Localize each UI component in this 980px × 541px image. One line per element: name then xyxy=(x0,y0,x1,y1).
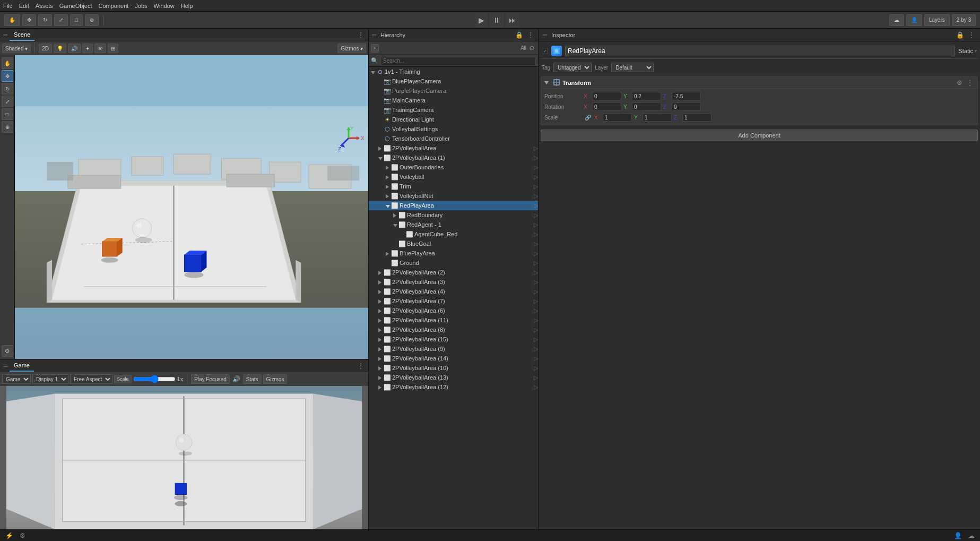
pos-y-input[interactable] xyxy=(632,92,661,100)
area8-expand-btn[interactable]: ▷ xyxy=(534,327,538,333)
transform-tool-move[interactable]: ✥ xyxy=(22,14,36,26)
tree-item-vnet[interactable]: ⬜ VolleyballNet ▷ xyxy=(369,191,538,201)
tree-item-area7[interactable]: ⬜ 2PVolleyballArea (7) ▷ xyxy=(369,296,538,306)
transform-tool-rect[interactable]: □ xyxy=(70,14,83,26)
area11-expand-btn[interactable]: ▷ xyxy=(534,317,538,324)
menu-gameobject[interactable]: GameObject xyxy=(59,3,92,9)
tool-rotate[interactable]: ↻ xyxy=(2,83,13,95)
tree-item-purplecam[interactable]: ▶ 📷 PurplePlayerCamera xyxy=(369,86,538,96)
tree-item-trim[interactable]: ⬜ Trim ▷ xyxy=(369,182,538,191)
area1-expand-btn[interactable]: ▷ xyxy=(534,154,538,161)
layout-btn[interactable]: 2 by 3 xyxy=(952,14,976,26)
tree-item-area8[interactable]: ⬜ 2PVolleyballArea (8) ▷ xyxy=(369,325,538,334)
menu-component[interactable]: Component xyxy=(98,3,128,9)
area15-expand-btn[interactable]: ▷ xyxy=(534,336,538,343)
tree-item-dirlight[interactable]: ▶ ☀ Directional Light xyxy=(369,115,538,124)
step-button[interactable]: ⏭ xyxy=(506,13,519,28)
hierarchy-search-input[interactable] xyxy=(380,57,536,65)
sc-y-input[interactable] xyxy=(643,113,672,122)
console-btn[interactable]: ⚡ xyxy=(4,532,14,539)
tree-item-area4[interactable]: ⬜ 2PVolleyballArea (4) ▷ xyxy=(369,287,538,296)
hidden-scenes-btn[interactable]: 👁 xyxy=(94,44,106,53)
ob-expand-btn[interactable]: ▷ xyxy=(534,164,538,171)
tool-settings[interactable]: ⚙ xyxy=(2,345,13,357)
rot-z-input[interactable] xyxy=(672,102,701,111)
tool-rect[interactable]: □ xyxy=(2,108,13,120)
tree-item-area10[interactable]: ⬜ 2PVolleyballArea (10) ▷ xyxy=(369,363,538,373)
tree-item-bluecam[interactable]: ▶ 📷 BluePlayerCamera xyxy=(369,76,538,86)
insp-lock-btn[interactable]: 🔒 xyxy=(955,31,965,39)
tool-move[interactable]: ✥ xyxy=(2,70,13,82)
rot-y-input[interactable] xyxy=(632,102,661,111)
tree-item-trainingcam[interactable]: ▶ 📷 TrainingCamera xyxy=(369,105,538,115)
aspect-select[interactable]: Free Aspect xyxy=(70,374,112,384)
area7-expand-btn[interactable]: ▷ xyxy=(534,298,538,305)
obj-name-input[interactable] xyxy=(565,46,955,56)
stats-btn[interactable]: Stats xyxy=(243,374,262,384)
scene-tab[interactable]: Scene xyxy=(10,29,34,41)
tree-item-area11[interactable]: ⬜ 2PVolleyballArea (11) ▷ xyxy=(369,315,538,325)
cloud-status-btn[interactable]: ☁ xyxy=(967,532,976,539)
transform-tool-rotate[interactable]: ↻ xyxy=(38,14,52,26)
pause-button[interactable]: ⏸ xyxy=(490,13,504,28)
tree-item-rpa[interactable]: ⬜ RedPlayArea ▷ xyxy=(369,201,538,210)
display-num-select[interactable]: Display 1 xyxy=(32,374,68,384)
tree-item-maincam[interactable]: ▶ 📷 MainCamera xyxy=(369,96,538,105)
pos-z-input[interactable] xyxy=(672,92,701,100)
tree-item-vball[interactable]: ⬜ Volleyball ▷ xyxy=(369,172,538,182)
tree-item-area6[interactable]: ⬜ 2PVolleyballArea (6) ▷ xyxy=(369,306,538,315)
tag-select[interactable]: Untagged xyxy=(553,63,592,72)
acr-expand-btn[interactable]: ▷ xyxy=(534,231,538,238)
bpa-expand-btn[interactable]: ▷ xyxy=(534,250,538,257)
menu-file[interactable]: File xyxy=(3,3,13,9)
trim-expand-btn[interactable]: ▷ xyxy=(534,183,538,190)
area13-expand-btn[interactable]: ▷ xyxy=(534,374,538,381)
area6-expand-btn[interactable]: ▷ xyxy=(534,307,538,314)
insp-menu-btn[interactable]: ⋮ xyxy=(967,31,976,39)
area14-expand-btn[interactable]: ▷ xyxy=(534,355,538,362)
tool-scale[interactable]: ⤢ xyxy=(2,96,13,107)
rot-x-input[interactable] xyxy=(592,102,621,111)
shading-btn[interactable]: Shaded ▾ xyxy=(2,44,31,53)
menu-window[interactable]: Window xyxy=(154,3,175,9)
tree-item-bg[interactable]: ▶ ⬜ BlueGoal ▷ xyxy=(369,239,538,248)
sc-x-input[interactable] xyxy=(603,113,632,122)
layer-select[interactable]: Default xyxy=(611,63,654,72)
tree-item-tboard[interactable]: ▶ ⬡ TensorboardController xyxy=(369,134,538,143)
area3-expand-btn[interactable]: ▷ xyxy=(534,279,538,286)
vb-expand-btn[interactable]: ▷ xyxy=(534,174,538,181)
lights-scene-btn[interactable]: 💡 xyxy=(54,44,66,53)
audio-game-btn[interactable]: 🔊 xyxy=(231,375,241,383)
game-tab[interactable]: Game xyxy=(10,359,34,372)
collab-btn[interactable]: ☁ xyxy=(889,14,904,26)
gizmos-game-btn[interactable]: Gizmos xyxy=(263,374,288,384)
rb-expand-btn[interactable]: ▷ xyxy=(534,212,538,219)
ra-expand-btn[interactable]: ▷ xyxy=(534,221,538,228)
area2-expand-btn[interactable]: ▷ xyxy=(534,269,538,276)
scene-menu-btn[interactable]: ⋮ xyxy=(357,31,365,39)
audio-scene-btn[interactable]: 🔊 xyxy=(68,44,81,53)
grid-btn[interactable]: ⊞ xyxy=(108,44,118,53)
transform-tool-scale[interactable]: ⤢ xyxy=(54,14,68,26)
tree-item-ground[interactable]: ▶ ⬜ Ground ▷ xyxy=(369,258,538,268)
scale-slider[interactable] xyxy=(133,376,176,382)
settings-status-btn[interactable]: ⚙ xyxy=(19,532,27,539)
fx-btn[interactable]: ✦ xyxy=(82,44,93,53)
account-btn[interactable]: 👤 xyxy=(906,14,922,26)
tree-item-area1[interactable]: ⬜ 2PVolleyballArea (1) ▷ xyxy=(369,153,538,162)
transform-header[interactable]: Transform ⚙ ⋮ xyxy=(541,77,977,89)
hier-lock-btn[interactable]: 🔒 xyxy=(514,31,524,39)
area-expand-btn[interactable]: ▷ xyxy=(534,145,538,152)
tree-item-bpa[interactable]: ⬜ BluePlayArea ▷ xyxy=(369,248,538,258)
sc-z-input[interactable] xyxy=(682,113,712,122)
layers-btn[interactable]: Layers xyxy=(924,14,950,26)
menu-assets[interactable]: Assets xyxy=(36,3,53,9)
game-menu-btn[interactable]: ⋮ xyxy=(357,362,365,370)
tree-item-ob[interactable]: ⬜ OuterBoundaries ▷ xyxy=(369,162,538,172)
transform-tool-combined[interactable]: ⊕ xyxy=(85,14,99,26)
menu-edit[interactable]: Edit xyxy=(19,3,29,9)
tree-item-area15[interactable]: ⬜ 2PVolleyballArea (15) ▷ xyxy=(369,334,538,344)
rpa-expand-btn[interactable]: ▷ xyxy=(534,202,538,209)
gizmos-scene-btn[interactable]: Gizmos ▾ xyxy=(337,44,366,53)
tree-item-rb[interactable]: ⬜ RedBoundary ▷ xyxy=(369,210,538,220)
